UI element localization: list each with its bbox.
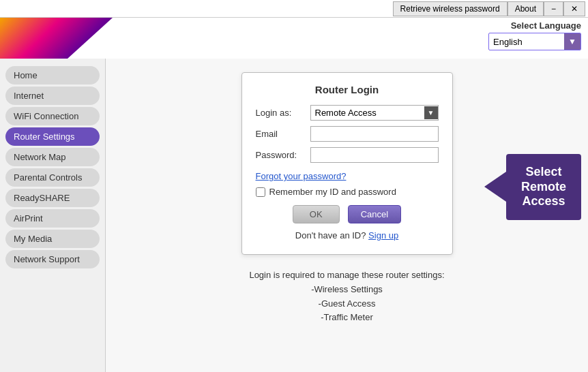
- close-button[interactable]: ✕: [563, 1, 585, 16]
- language-label: Select Language: [488, 20, 581, 31]
- callout-area: SelectRemoteAccess: [484, 154, 581, 220]
- about-button[interactable]: About: [508, 1, 544, 16]
- password-input[interactable]: [310, 147, 439, 163]
- sidebar-item-network-support[interactable]: Network Support: [5, 250, 100, 268]
- remember-row: Remember my ID and password: [256, 187, 439, 197]
- login-as-dropdown[interactable]: Remote AccessAdmin ▼: [310, 105, 439, 121]
- sidebar-item-my-media[interactable]: My Media: [5, 230, 100, 248]
- callout-box: SelectRemoteAccess: [506, 154, 581, 220]
- login-as-row: Login as: Remote AccessAdmin ▼: [256, 105, 439, 121]
- language-area: Select Language EnglishSpanishFrenchGerm…: [488, 20, 581, 50]
- sidebar-item-router-settings[interactable]: Router Settings: [5, 127, 100, 146]
- language-select[interactable]: EnglishSpanishFrenchGermanChinese: [489, 35, 564, 48]
- sidebar-item-parental-controls[interactable]: Parental Controls: [5, 168, 100, 187]
- sidebar-item-readyshare[interactable]: ReadySHARE: [5, 189, 100, 207]
- cancel-button[interactable]: Cancel: [348, 205, 401, 223]
- content-area: Router Login Login as: Remote AccessAdmi…: [106, 59, 588, 372]
- remember-checkbox[interactable]: [256, 187, 265, 197]
- ok-button[interactable]: OK: [293, 205, 340, 223]
- minimize-button[interactable]: −: [544, 1, 563, 16]
- login-as-arrow-icon: ▼: [424, 106, 438, 119]
- info-line4: -Traffic Meter: [119, 311, 574, 325]
- login-as-label: Login as:: [256, 108, 310, 118]
- forgot-password-area: Forgot your password?: [256, 168, 439, 187]
- email-input[interactable]: [310, 126, 439, 142]
- callout-arrow-shape: [484, 172, 506, 202]
- sidebar-item-home[interactable]: Home: [5, 66, 100, 84]
- retrieve-password-button[interactable]: Retrieve wireless password: [393, 1, 508, 16]
- language-selector[interactable]: EnglishSpanishFrenchGermanChinese ▼: [488, 33, 581, 50]
- remember-label: Remember my ID and password: [269, 187, 396, 197]
- sidebar-item-airprint[interactable]: AirPrint: [5, 209, 100, 228]
- button-row: OK Cancel: [256, 205, 439, 223]
- signup-row: Don't have an ID? Sign up: [256, 230, 439, 241]
- login-dialog: Router Login Login as: Remote AccessAdmi…: [241, 72, 453, 255]
- sidebar-item-internet[interactable]: Internet: [5, 87, 100, 105]
- top-bar: Retrieve wireless password About − ✕: [0, 0, 588, 18]
- info-line2: -Wireless Settings: [119, 283, 574, 297]
- main-layout: HomeInternetWiFi ConnectionRouter Settin…: [0, 59, 588, 372]
- email-label: Email: [256, 129, 310, 139]
- sidebar: HomeInternetWiFi ConnectionRouter Settin…: [0, 59, 106, 372]
- password-label: Password:: [256, 150, 310, 160]
- info-line1: Login is required to manage these router…: [119, 268, 574, 283]
- forgot-password-link[interactable]: Forgot your password?: [256, 171, 347, 181]
- login-title: Router Login: [256, 84, 439, 95]
- login-as-select[interactable]: Remote AccessAdmin: [311, 106, 424, 120]
- sidebar-item-network-map[interactable]: Network Map: [5, 148, 100, 166]
- email-row: Email: [256, 126, 439, 142]
- signup-link[interactable]: Sign up: [368, 230, 398, 241]
- info-line3: -Guest Access: [119, 297, 574, 311]
- signup-text: Don't have an ID?: [295, 230, 366, 241]
- password-row: Password:: [256, 147, 439, 163]
- info-text: Login is required to manage these router…: [119, 268, 574, 325]
- logo: [0, 18, 113, 59]
- sidebar-item-wifi[interactable]: WiFi Connection: [5, 107, 100, 125]
- language-dropdown-icon[interactable]: ▼: [564, 33, 580, 50]
